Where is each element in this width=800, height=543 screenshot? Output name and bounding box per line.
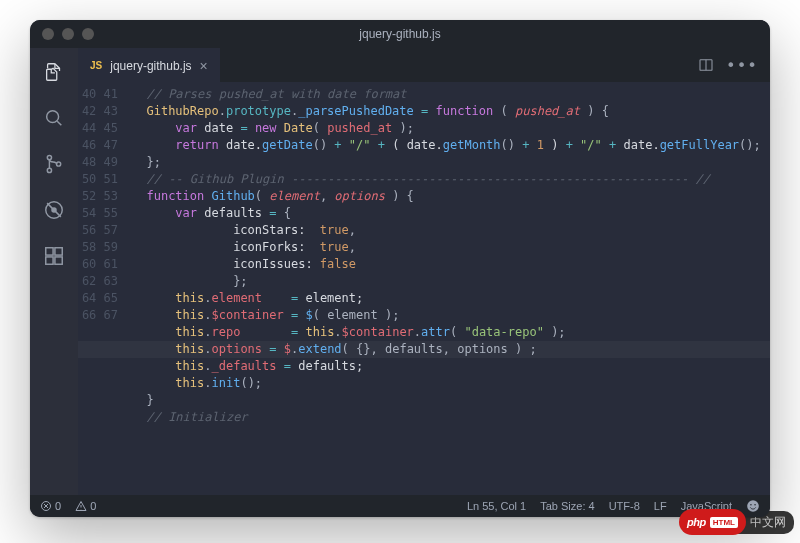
tab-bar: JS jquery-github.js × •••	[78, 48, 770, 82]
status-cursor[interactable]: Ln 55, Col 1	[467, 500, 526, 512]
extensions-icon[interactable]	[42, 244, 66, 268]
svg-point-0	[47, 111, 59, 123]
warning-icon	[75, 500, 87, 512]
js-badge-icon: JS	[90, 60, 102, 71]
svg-rect-9	[55, 248, 62, 255]
svg-point-2	[47, 168, 51, 172]
main-area: JS jquery-github.js × ••• 40 41 42 43 44…	[78, 48, 770, 495]
status-warnings[interactable]: 0	[75, 500, 96, 512]
tabbar-actions: •••	[686, 48, 770, 82]
status-eol[interactable]: LF	[654, 500, 667, 512]
code-content: // Parses pushed_at with date format Git…	[132, 82, 770, 495]
tabbar-spacer	[220, 48, 686, 82]
zoom-window-button[interactable]	[82, 28, 94, 40]
svg-rect-8	[55, 257, 62, 264]
svg-rect-6	[46, 248, 53, 255]
tab-jquery-github[interactable]: JS jquery-github.js ×	[78, 48, 220, 82]
status-bar: 0 0 Ln 55, Col 1 Tab Size: 4 UTF-8 LF Ja…	[30, 495, 770, 517]
svg-rect-7	[46, 257, 53, 264]
watermark: php HTML 中文网	[679, 509, 794, 535]
more-actions-icon[interactable]: •••	[726, 56, 758, 75]
debug-icon[interactable]	[42, 198, 66, 222]
activity-bar	[30, 48, 78, 495]
watermark-pill: php HTML	[679, 509, 746, 535]
traffic-lights	[42, 28, 94, 40]
code-editor[interactable]: 40 41 42 43 44 45 46 47 48 49 50 51 52 5…	[78, 82, 770, 495]
window-body: JS jquery-github.js × ••• 40 41 42 43 44…	[30, 48, 770, 495]
titlebar[interactable]: jquery-github.js	[30, 20, 770, 48]
svg-point-13	[750, 504, 752, 506]
status-tabsize[interactable]: Tab Size: 4	[540, 500, 594, 512]
minimize-window-button[interactable]	[62, 28, 74, 40]
tab-label: jquery-github.js	[110, 59, 191, 73]
svg-point-14	[754, 504, 756, 506]
source-control-icon[interactable]	[42, 152, 66, 176]
line-number-gutter: 40 41 42 43 44 45 46 47 48 49 50 51 52 5…	[78, 82, 132, 495]
window-title: jquery-github.js	[30, 27, 770, 41]
editor-window: jquery-github.js JS jque	[30, 20, 770, 517]
split-editor-icon[interactable]	[698, 57, 714, 73]
error-icon	[40, 500, 52, 512]
svg-point-5	[51, 207, 57, 213]
explorer-icon[interactable]	[42, 60, 66, 84]
close-window-button[interactable]	[42, 28, 54, 40]
status-encoding[interactable]: UTF-8	[609, 500, 640, 512]
svg-point-1	[47, 155, 51, 159]
close-tab-icon[interactable]: ×	[200, 59, 208, 73]
status-errors[interactable]: 0	[40, 500, 61, 512]
search-icon[interactable]	[42, 106, 66, 130]
